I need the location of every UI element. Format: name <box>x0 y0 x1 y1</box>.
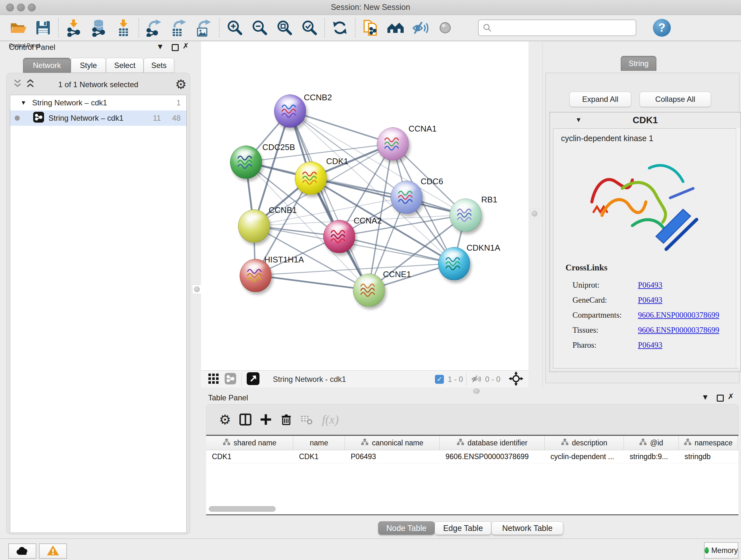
node-CDK1[interactable] <box>295 162 327 195</box>
table-panel-menu-icon[interactable]: ▼ <box>701 393 709 401</box>
search-input[interactable] <box>478 19 636 36</box>
show-columns-icon[interactable] <box>235 411 256 428</box>
node-CDKN1A[interactable] <box>438 247 470 280</box>
node-CCNB1[interactable] <box>238 209 270 243</box>
expand-all-button[interactable]: Expand All <box>569 91 631 107</box>
tab-network[interactable]: Network <box>23 58 71 73</box>
title-bar: Session: New Session <box>0 0 741 15</box>
column-header-namespace[interactable]: namespace <box>679 436 738 450</box>
left-splitter-handle[interactable] <box>192 285 202 294</box>
collapse-all-button[interactable]: Collapse All <box>639 91 711 107</box>
refresh-view-icon[interactable] <box>327 17 352 38</box>
crosslink-value-link[interactable]: P06493 <box>638 296 662 305</box>
network-view-canvas[interactable]: CCNB2CCNA1CDC25BCDK1CDC6RB1CCNB1CCNA2CDK… <box>201 42 529 370</box>
warnings-button[interactable] <box>39 543 67 559</box>
delete-column-icon[interactable] <box>276 411 296 428</box>
tab-node-table[interactable]: Node Table <box>378 521 434 535</box>
cell-databaseidentifier[interactable]: 9606.ENSP00000378699 <box>440 450 545 463</box>
crosslink-value-link[interactable]: P06493 <box>638 341 662 350</box>
zoom-selected-icon[interactable] <box>297 17 322 38</box>
cell-namespace[interactable]: stringdb <box>679 450 738 463</box>
zoom-fit-icon[interactable] <box>272 17 297 38</box>
export-network-icon[interactable] <box>142 17 166 38</box>
edge-HIST1H1A-CCNE1[interactable] <box>255 275 368 290</box>
cloud-status-button[interactable] <box>8 543 37 559</box>
grid-view-icon[interactable] <box>208 373 219 385</box>
column-label: namespace <box>695 439 733 447</box>
warning-icon <box>47 545 59 557</box>
crosslink-value-link[interactable]: 9606.ENSP00000378699 <box>638 311 719 320</box>
results-scrollbar[interactable] <box>736 128 740 368</box>
column-header-databaseidentifier[interactable]: database identifier <box>440 436 545 450</box>
tab-string[interactable]: String <box>621 56 657 71</box>
add-column-icon[interactable] <box>256 411 276 428</box>
tree-expander-icon[interactable]: ▼ <box>20 99 26 106</box>
table-row[interactable]: CDK1CDK1P064939606.ENSP00000378699cyclin… <box>206 450 738 463</box>
cell-description[interactable]: cyclin-dependent ... <box>545 450 624 463</box>
attribute-type-icon <box>223 438 230 448</box>
show-all-icon[interactable] <box>433 17 458 38</box>
import-table-icon[interactable] <box>111 17 136 38</box>
export-table-icon[interactable] <box>166 17 192 38</box>
save-session-icon[interactable] <box>30 17 56 38</box>
table-horizontal-scrollbar[interactable] <box>209 506 276 512</box>
selected-counts: 1 - 0 <box>448 375 463 384</box>
network-from-document-icon[interactable] <box>358 17 383 38</box>
column-header-sharedname[interactable]: shared name <box>206 436 293 450</box>
zoom-in-icon[interactable] <box>222 17 247 38</box>
network-row-selected[interactable]: String Network – cdk1 11 48 <box>10 111 186 126</box>
import-network-icon[interactable] <box>61 17 86 38</box>
tab-select[interactable]: Select <box>106 58 144 73</box>
table-panel-float-icon[interactable] <box>717 395 724 401</box>
column-header-description[interactable]: description <box>545 436 624 450</box>
crosslink-value-link[interactable]: P06493 <box>638 281 662 290</box>
network-options-gear-icon[interactable]: ⚙ <box>175 77 187 91</box>
node-RB1[interactable] <box>450 199 482 232</box>
crosslink-value-link[interactable]: 9606.ENSP00000378699 <box>638 326 719 334</box>
right-splitter-handle[interactable] <box>530 209 539 219</box>
home-icon[interactable] <box>383 17 408 38</box>
control-panel-menu-icon[interactable]: ▼ <box>156 42 164 51</box>
node-CCNE1[interactable] <box>353 273 385 307</box>
tab-style[interactable]: Style <box>71 58 106 73</box>
column-header-name[interactable]: name <box>293 436 345 450</box>
search-box <box>478 19 636 36</box>
horizontal-splitter-handle[interactable] <box>473 388 480 394</box>
tab-edge-table[interactable]: Edge Table <box>434 521 491 535</box>
crosslink-label: GeneCard: <box>572 296 638 305</box>
node-CDC6[interactable] <box>391 181 422 214</box>
detach-view-icon[interactable] <box>247 372 259 386</box>
tab-sets[interactable]: Sets <box>144 58 174 73</box>
hide-selected-icon[interactable] <box>408 17 433 38</box>
node-CCNA2[interactable] <box>323 220 355 253</box>
cell-id[interactable]: stringdb:9... <box>624 450 679 463</box>
crosslink-row: GeneCard:P06493 <box>572 293 732 307</box>
network-collection-row[interactable]: ▼ String Network – cdk1 1 <box>10 95 186 111</box>
control-panel-close-icon[interactable]: ✗ <box>183 42 189 51</box>
main-toolbar: ? <box>0 15 741 41</box>
node-CCNA1[interactable] <box>377 127 409 161</box>
table-gear-icon[interactable]: ⚙ <box>215 411 235 428</box>
selected-checkbox-icon[interactable]: ✓ <box>435 375 444 384</box>
crosslinks-list: Uniprot:P06493GeneCard:P06493Compartment… <box>572 277 732 353</box>
control-panel-float-icon[interactable] <box>172 44 179 51</box>
node-CCNB2[interactable] <box>274 95 306 128</box>
tab-network-table[interactable]: Network Table <box>491 521 563 535</box>
zoom-out-icon[interactable] <box>247 17 272 38</box>
help-button[interactable]: ? <box>653 19 671 37</box>
string-view-icon[interactable] <box>225 373 236 386</box>
open-session-icon[interactable] <box>6 17 30 38</box>
node-label-CDC6: CDC6 <box>421 177 443 186</box>
fit-selected-crosshair-icon[interactable] <box>509 371 523 387</box>
node-CDC25B[interactable] <box>230 145 262 179</box>
table-panel-close-icon[interactable]: ✗ <box>728 392 734 401</box>
column-header-canonicalname[interactable]: canonical name <box>345 436 440 450</box>
cell-canonicalname[interactable]: P06493 <box>345 450 440 463</box>
cell-sharedname[interactable]: CDK1 <box>206 450 293 463</box>
memory-button[interactable]: Memory <box>704 542 738 559</box>
column-header-id[interactable]: @id <box>624 436 679 450</box>
import-database-icon[interactable] <box>86 17 111 38</box>
cell-name[interactable]: CDK1 <box>293 450 345 463</box>
export-image-icon[interactable] <box>192 17 216 38</box>
column-label: description <box>572 439 607 447</box>
